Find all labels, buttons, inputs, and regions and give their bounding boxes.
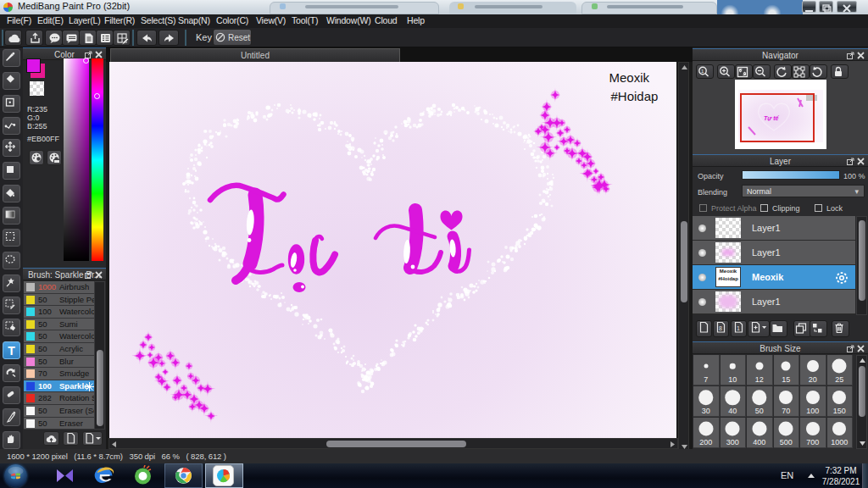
svg-text:8: 8 <box>719 325 722 331</box>
svg-text:1: 1 <box>701 69 704 74</box>
svg-text:1: 1 <box>737 325 740 331</box>
